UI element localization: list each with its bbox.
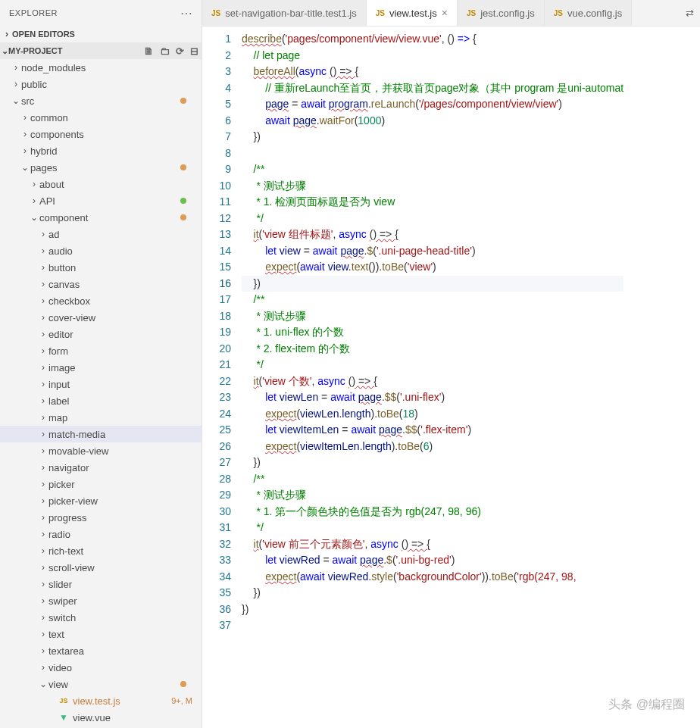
tree-item-view-test-js[interactable]: JSview.test.js9+, M [0,692,202,709]
code-content[interactable]: describe('pages/component/view/view.vue'… [242,27,623,728]
tree-item-ad[interactable]: ›ad [0,226,202,242]
code-line[interactable]: let view = await page.$('.uni-page-head-… [242,243,623,260]
code-line[interactable]: * 测试步骤 [242,178,623,195]
tab-actions[interactable]: ⇄ [680,0,700,26]
tree-item-map[interactable]: ›map [0,409,202,426]
new-folder-icon[interactable]: 🗀 [160,45,170,57]
code-line[interactable]: page = await program.reLaunch('/pages/co… [242,96,623,113]
code-line[interactable]: await page.waitFor(1000) [242,113,623,130]
code-line[interactable]: /** [242,471,623,488]
code-line[interactable]: */ [242,211,623,227]
tree-item-canvas[interactable]: ›canvas [0,276,202,292]
tree-item-button[interactable]: ›button [0,259,202,276]
code-line[interactable]: }) [242,129,623,145]
code-line[interactable]: expect(viewLen.length).toBe(18) [242,406,623,423]
chevron-icon: › [38,279,48,289]
explorer-title: EXPLORER [9,8,58,17]
new-file-icon[interactable]: 🗎 [144,45,154,57]
code-line[interactable]: it('view 组件标题', async () => { [242,227,623,243]
tree-item-textarea[interactable]: ›textarea [0,642,202,659]
tree-item-src[interactable]: ⌄src [0,92,202,109]
tree-item-movable-view[interactable]: ›movable-view [0,442,202,459]
code-line[interactable]: */ [242,357,623,373]
tree-item-match-media[interactable]: ›match-media [0,426,202,442]
open-editors-section[interactable]: › OPEN EDITORS [0,26,202,42]
code-line[interactable]: describe('pages/component/view/view.vue'… [242,31,623,48]
file-tree: ›node_modules›public⌄src›common›componen… [0,59,202,728]
code-line[interactable]: /** [242,161,623,178]
code-line[interactable]: expect(await viewRed.style('backgroundCo… [242,569,623,586]
tree-item-editor[interactable]: ›editor [0,326,202,342]
code-line[interactable]: * 测试步骤 [242,487,623,504]
tree-item-components[interactable]: ›components [0,126,202,142]
tree-item-common[interactable]: ›common [0,109,202,126]
code-line[interactable]: let viewRed = await page.$('.uni-bg-red'… [242,552,623,569]
tree-item-form[interactable]: ›form [0,342,202,359]
code-line[interactable]: let viewItemLen = await page.$$('.flex-i… [242,422,623,439]
refresh-icon[interactable]: ⟳ [176,45,184,57]
tree-item-view[interactable]: ⌄view [0,676,202,692]
tree-item-text[interactable]: ›text [0,626,202,642]
tree-item-picker[interactable]: ›picker [0,476,202,492]
code-line[interactable]: * 测试步骤 [242,308,623,325]
tree-item-component[interactable]: ⌄component [0,209,202,226]
explorer-more-icon[interactable]: ⋯ [180,6,193,20]
code-line[interactable] [242,617,623,634]
tree-item-label: editor [48,329,73,340]
code-line[interactable]: let viewLen = await page.$$('.uni-flex') [242,389,623,406]
tree-item-checkbox[interactable]: ›checkbox [0,292,202,309]
tree-item-view-vue[interactable]: ▼view.vue [0,709,202,726]
chevron-icon: › [38,295,48,306]
tab-set-navigation-bar-title-test1-js[interactable]: JSset-navigation-bar-title.test1.js [202,0,367,26]
line-number: 12 [202,211,231,227]
tree-item-cover-view[interactable]: ›cover-view [0,309,202,326]
tree-item-input[interactable]: ›input [0,376,202,392]
code-line[interactable]: * 1. uni-flex 的个数 [242,324,623,341]
code-line[interactable]: beforeAll(async () => { [242,64,623,80]
code-line[interactable]: // 重新reLaunch至首页，并获取首页page对象（其中 program … [242,80,623,97]
code-line[interactable]: }) [242,276,623,292]
tree-item-rich-text[interactable]: ›rich-text [0,542,202,559]
code-editor[interactable]: 1234567891011121314151617181920212223242… [202,27,700,728]
code-line[interactable]: expect(viewItemLen.length).toBe(6) [242,439,623,455]
tree-item-node_modules[interactable]: ›node_modules [0,59,202,76]
code-line[interactable]: * 2. flex-item 的个数 [242,341,623,358]
collapse-icon[interactable]: ⊟ [190,45,198,57]
code-line[interactable]: it('view 前三个元素颜色', async () => { [242,536,623,553]
tree-item-switch[interactable]: ›switch [0,609,202,626]
code-line[interactable]: */ [242,520,623,536]
code-line[interactable]: }) [242,585,623,601]
code-line[interactable]: * 1. 检测页面标题是否为 view [242,194,623,211]
tree-item-picker-view[interactable]: ›picker-view [0,492,202,509]
tab-view-test-js[interactable]: JSview.test.js× [367,0,458,26]
tree-item-navigator[interactable]: ›navigator [0,459,202,476]
project-section[interactable]: ⌄ MY-PROJECT 🗎 🗀 ⟳ ⊟ [0,42,202,59]
code-line[interactable]: expect(await view.text()).toBe('view') [242,259,623,276]
code-line[interactable]: // let page [242,48,623,64]
tree-item-radio[interactable]: ›radio [0,526,202,542]
tree-item-video[interactable]: ›video [0,659,202,676]
tree-item-label[interactable]: ›label [0,392,202,409]
tree-item-progress[interactable]: ›progress [0,509,202,526]
code-line[interactable]: /** [242,292,623,308]
tab-vue-config-js[interactable]: JSvue.config.js [545,0,633,26]
code-line[interactable]: * 1. 第一个颜色块的色值是否为 rgb(247, 98, 96) [242,504,623,520]
tree-item-swiper[interactable]: ›swiper [0,592,202,609]
code-line[interactable]: }) [242,601,623,618]
tab-jest-config-js[interactable]: JSjest.config.js [458,0,545,26]
tree-item-slider[interactable]: ›slider [0,576,202,592]
tree-item-audio[interactable]: ›audio [0,242,202,259]
tree-item-API[interactable]: ›API [0,192,202,209]
code-line[interactable]: }) [242,455,623,471]
code-line[interactable] [242,145,623,162]
tree-item-about[interactable]: ›about [0,176,202,192]
code-line[interactable]: it('view 个数', async () => { [242,373,623,390]
tree-item-scroll-view[interactable]: ›scroll-view [0,559,202,576]
tree-item-pages[interactable]: ⌄pages [0,159,202,176]
tree-item-hybrid[interactable]: ›hybrid [0,142,202,159]
tree-item-public[interactable]: ›public [0,76,202,92]
editor-area: JSset-navigation-bar-title.test1.jsJSvie… [202,0,700,728]
close-icon[interactable]: × [442,7,448,19]
compare-icon[interactable]: ⇄ [686,8,694,19]
tree-item-image[interactable]: ›image [0,359,202,376]
